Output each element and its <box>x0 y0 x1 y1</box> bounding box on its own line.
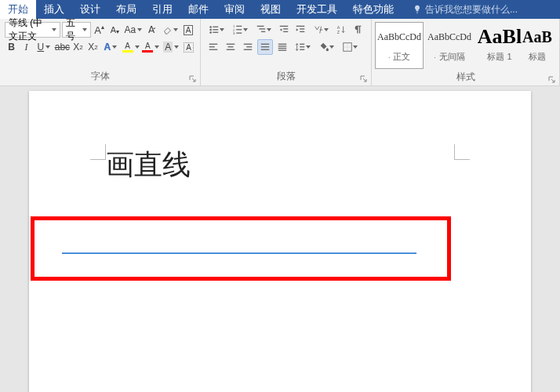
distributed-icon <box>277 42 288 53</box>
caret-icon <box>329 45 334 49</box>
document-area: 画直线 <box>0 86 560 392</box>
font-size-combo[interactable]: 五号 <box>62 22 91 38</box>
svg-rect-3 <box>213 29 218 30</box>
caret-icon <box>112 45 117 49</box>
svg-rect-40 <box>300 46 304 47</box>
svg-rect-23 <box>209 44 218 45</box>
align-right-button[interactable] <box>240 39 256 55</box>
distributed-button[interactable] <box>275 39 290 55</box>
sort-icon: AZ <box>336 24 347 35</box>
ribbon: 等线 (中文正文 五号 A▴ A▾ Aa A̛ A B I U abc X2 X… <box>0 19 560 86</box>
pilcrow-icon <box>353 24 364 35</box>
tab-mail[interactable]: 邮件 <box>180 0 216 19</box>
line-spacing-button[interactable] <box>292 39 314 55</box>
multilevel-list-button[interactable] <box>253 22 275 38</box>
margin-mark-icon <box>90 144 106 160</box>
svg-rect-12 <box>256 26 264 27</box>
grow-font-button[interactable]: A▴ <box>93 22 107 38</box>
outdent-icon <box>278 24 289 35</box>
style-heading1[interactable]: AaBl 标题 1 <box>475 22 524 69</box>
align-center-button[interactable] <box>223 39 238 55</box>
paint-bucket-icon <box>318 42 329 53</box>
caret-icon <box>137 28 142 31</box>
drawn-straight-line[interactable] <box>62 252 416 254</box>
line-spacing-icon <box>295 42 306 53</box>
svg-rect-19 <box>300 28 305 29</box>
align-left-button[interactable] <box>205 39 221 55</box>
tell-me-search[interactable]: 告诉我您想要做什么... <box>406 0 524 19</box>
increase-indent-button[interactable] <box>293 22 308 38</box>
caret-icon <box>173 28 178 31</box>
group-label-styles: 样式 <box>372 69 559 86</box>
svg-rect-32 <box>261 44 270 45</box>
decrease-indent-button[interactable] <box>276 22 292 38</box>
numbering-icon: 123 <box>232 24 243 35</box>
svg-rect-33 <box>261 46 270 47</box>
ribbon-tabs: 开始 插入 设计 布局 引用 邮件 审阅 视图 开发工具 特色功能 告诉我您想要… <box>0 0 560 19</box>
text-effects-button[interactable]: A <box>101 39 120 55</box>
svg-rect-37 <box>278 48 287 49</box>
caret-icon <box>155 45 159 49</box>
caret-icon <box>45 45 50 49</box>
document-page[interactable]: 画直线 <box>29 91 531 392</box>
lightbulb-icon <box>413 5 422 14</box>
caret-icon <box>243 28 248 31</box>
change-case-button[interactable]: Aa <box>123 22 143 38</box>
dialog-launcher-icon[interactable] <box>189 75 197 83</box>
group-font: 等线 (中文正文 五号 A▴ A▾ Aa A̛ A B I U abc X2 X… <box>0 19 201 85</box>
shrink-font-button[interactable]: A▾ <box>107 22 122 38</box>
margin-mark-icon <box>454 144 470 160</box>
numbering-button[interactable]: 123 <box>229 22 251 38</box>
tab-developer[interactable]: 开发工具 <box>289 0 345 19</box>
group-styles: AaBbCcDd ⸱ 正文 AaBbCcDd ⸱ 无间隔 AaBl 标题 1 A… <box>372 19 560 85</box>
svg-rect-28 <box>227 49 235 50</box>
svg-rect-16 <box>283 28 288 29</box>
tab-review[interactable]: 审阅 <box>216 0 253 19</box>
asian-layout-icon <box>313 24 324 35</box>
phonetic-guide-button[interactable]: A̛ <box>144 22 158 38</box>
caret-icon <box>306 45 311 49</box>
enclose-char-button[interactable]: A <box>181 22 195 38</box>
svg-point-4 <box>209 31 212 34</box>
svg-rect-41 <box>300 49 304 50</box>
tab-layout[interactable]: 布局 <box>108 0 144 19</box>
dialog-launcher-icon[interactable] <box>548 76 556 84</box>
char-border-button[interactable]: A <box>182 39 195 55</box>
font-name-combo[interactable]: 等线 (中文正文 <box>5 22 60 38</box>
tab-references[interactable]: 引用 <box>144 0 180 19</box>
shading-button[interactable] <box>315 39 337 55</box>
bullets-icon <box>209 24 220 35</box>
char-shading-button[interactable]: A <box>162 39 180 55</box>
document-title-text: 画直线 <box>106 146 191 184</box>
superscript-button[interactable]: X2 <box>86 39 100 55</box>
group-paragraph: 123 AZ 段落 <box>201 19 372 85</box>
tab-view[interactable]: 视图 <box>253 0 289 19</box>
borders-icon <box>342 42 353 53</box>
multilevel-icon <box>256 24 267 35</box>
svg-rect-1 <box>213 27 218 27</box>
group-label-font: 字体 <box>0 68 200 85</box>
svg-rect-36 <box>278 45 287 46</box>
style-heading2[interactable]: AaB 标题 <box>525 22 549 69</box>
tab-special[interactable]: 特色功能 <box>345 0 402 19</box>
svg-rect-27 <box>228 46 234 47</box>
clear-formatting-button[interactable] <box>160 22 180 38</box>
highlight-button[interactable]: A <box>122 39 140 55</box>
borders-button[interactable] <box>339 39 361 55</box>
svg-rect-20 <box>300 31 305 32</box>
align-justify-button[interactable] <box>257 39 273 55</box>
align-right-icon <box>242 42 253 53</box>
asian-layout-button[interactable] <box>310 22 332 38</box>
svg-rect-15 <box>279 26 288 27</box>
font-color-button[interactable]: A <box>142 39 161 55</box>
bullets-button[interactable] <box>205 22 227 38</box>
show-marks-button[interactable] <box>351 22 366 38</box>
dialog-launcher-icon[interactable] <box>360 75 368 83</box>
sort-button[interactable]: AZ <box>333 22 349 38</box>
indent-icon <box>295 24 306 35</box>
style-normal[interactable]: AaBbCcDd ⸱ 正文 <box>375 22 424 69</box>
svg-rect-39 <box>300 44 304 45</box>
style-no-spacing[interactable]: AaBbCcDd ⸱ 无间隔 <box>425 22 474 69</box>
svg-rect-30 <box>246 46 252 47</box>
svg-rect-31 <box>244 49 253 50</box>
